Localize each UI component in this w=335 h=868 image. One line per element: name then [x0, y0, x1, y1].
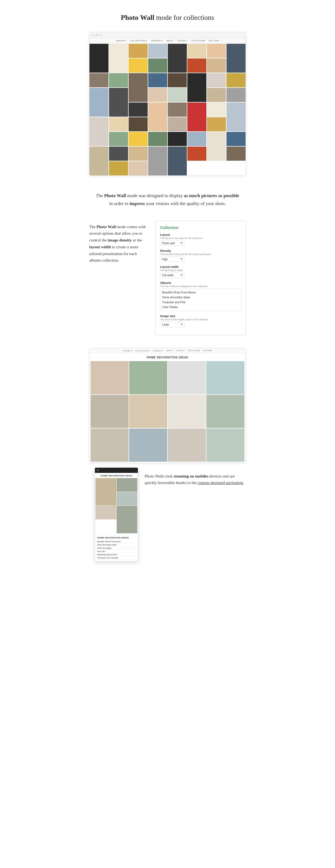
photo-cell [207, 102, 226, 117]
desktop-page-title: HOME DECORATION IDEAS [89, 353, 246, 361]
nav-collections[interactable]: COLLECTIONS ▾ [130, 40, 147, 42]
nav-style[interactable]: STYLE GUIDE [191, 40, 205, 42]
bold-stunning: stunning on mobiles [174, 474, 208, 478]
desktop-photo-cell [206, 361, 244, 394]
width-select[interactable]: Full width [160, 273, 185, 278]
density-select[interactable]: High [160, 257, 185, 262]
dnav-about[interactable]: ABOUT [166, 350, 173, 351]
desktop-photo-cell [91, 429, 129, 462]
browser-mockup: ALBUMS ▾ COLLECTIONS ▾ JOURNAL ▾ ABOUT C… [89, 32, 246, 176]
photo-cell [187, 59, 206, 72]
photo-cell [226, 88, 246, 102]
desktop-photo-cell [168, 361, 206, 394]
custom-navigation-link[interactable]: custom designed navigation [198, 480, 243, 485]
description-section: The Photo Wall mode was designed to disp… [84, 189, 251, 221]
dnav-albums[interactable]: ALBUMS ▾ [123, 350, 132, 351]
mobile-photo-grid [95, 478, 138, 534]
photo-cell [148, 59, 167, 72]
photo-cell [129, 59, 148, 72]
albums-label: Albums [160, 281, 241, 284]
desktop-photo-cell [206, 395, 244, 428]
photo-cell [168, 117, 187, 131]
photo-cell [168, 73, 187, 87]
album-item: Color Palette [162, 305, 239, 310]
photo-cell [129, 102, 148, 117]
mobile-photo-cell [117, 478, 138, 492]
nav-albums[interactable]: ALBUMS ▾ [116, 40, 126, 42]
mobile-photo-cell [117, 506, 138, 533]
layout-select[interactable]: Photo wall [160, 241, 185, 246]
desktop-photo-cell [91, 395, 129, 428]
photo-cell [226, 147, 246, 161]
mobile-header: ≡ [95, 468, 138, 473]
bold-impress: impress [129, 201, 145, 206]
mobile-nav-item[interactable]: Field Trip Supply [97, 547, 136, 550]
photo-cell [187, 44, 206, 58]
mobile-layout: ≡ HOME DECORATION IDEAS HOME DECORATION … [84, 467, 251, 561]
desktop-photo-cell [129, 361, 167, 394]
photo-cell [148, 88, 167, 102]
collection-panel: Collection Layout The layout to be used … [155, 221, 246, 335]
bold-pictures: as much pictures as possible [184, 193, 239, 198]
photo-cell [187, 147, 206, 161]
nav-contact[interactable]: CONTACT [177, 40, 187, 42]
photo-cell [207, 117, 226, 131]
mobile-nav-item[interactable]: One color [97, 550, 136, 553]
photo-cell [168, 88, 187, 102]
mobile-photo-cell [117, 492, 138, 505]
photo-cell [187, 73, 206, 102]
photo-cell [168, 147, 187, 176]
width-label: Layout width [160, 265, 241, 269]
mobile-nav-item[interactable]: The Road Less Travelled [97, 556, 136, 560]
photo-cell [148, 73, 167, 87]
mobile-section-wrapper: ALBUMS ▾ COLLECTIONS ▾ JOURNAL ▾ ABOUT C… [84, 348, 251, 575]
nav-buy[interactable]: BUY NOW [209, 40, 219, 42]
photo-cell [129, 147, 148, 161]
photo-cell [207, 132, 226, 161]
photo-cell [129, 73, 148, 102]
description-text: The Photo Wall mode was designed to disp… [95, 192, 240, 208]
photo-cell [89, 147, 109, 176]
imagesize-select[interactable]: Large [160, 322, 185, 327]
panel-row-density: Density The density of the grid for the … [160, 249, 241, 262]
photo-cell [89, 44, 109, 72]
photo-cell [109, 147, 128, 161]
photo-cell [148, 147, 167, 176]
photo-cell [187, 132, 206, 146]
panel-title: Collection [160, 225, 241, 230]
hamburger-icon[interactable]: ≡ [97, 469, 99, 472]
desktop-photo-cell [129, 395, 167, 428]
page-title: Photo Wall mode for collections [89, 13, 246, 22]
dnav-journal[interactable]: JOURNAL ▾ [153, 350, 163, 351]
imagesize-label: Image size [160, 314, 241, 318]
photo-cell [148, 102, 167, 131]
browser-dot-green [99, 34, 101, 36]
photo-cell [207, 73, 226, 87]
desktop-photo-cell [206, 429, 244, 462]
nav-journal[interactable]: JOURNAL ▾ [151, 40, 162, 42]
photo-cell [129, 132, 148, 146]
mobile-nav-item[interactable]: Beautiful Shots From Above [97, 540, 136, 543]
bold-photo-wall: Photo Wall [104, 193, 126, 198]
photo-cell [89, 117, 109, 146]
dnav-contact[interactable]: CONTACT [176, 350, 185, 351]
photo-cell [207, 88, 226, 102]
mobile-nav-item[interactable]: Mastering Monochrome [97, 553, 136, 556]
mobile-nav-item[interactable]: Home decoration ideas [97, 543, 136, 547]
nav-about[interactable]: ABOUT [166, 40, 174, 42]
photo-cell [168, 132, 187, 146]
photo-cell [109, 44, 128, 72]
title-section: Photo Wall mode for collections [84, 0, 251, 32]
dnav-buy[interactable]: BUY NOW [204, 350, 212, 351]
photo-cell [89, 88, 109, 117]
desktop-nav-bar: ALBUMS ▾ COLLECTIONS ▾ JOURNAL ▾ ABOUT C… [89, 348, 246, 353]
photo-cell [109, 117, 128, 131]
dnav-collections[interactable]: COLLECTIONS ▾ [135, 350, 150, 351]
dnav-style[interactable]: STYLE GUIDE [188, 350, 200, 351]
photo-cell [129, 161, 148, 176]
photo-cell [129, 44, 148, 58]
panel-row-albums: Albums The list of albums displayed in t… [160, 281, 241, 311]
photo-cell [148, 132, 167, 146]
imagesize-desc: The size of the images used in the colle… [160, 318, 241, 321]
options-section: The Photo Wall mode comes with several o… [84, 221, 251, 348]
